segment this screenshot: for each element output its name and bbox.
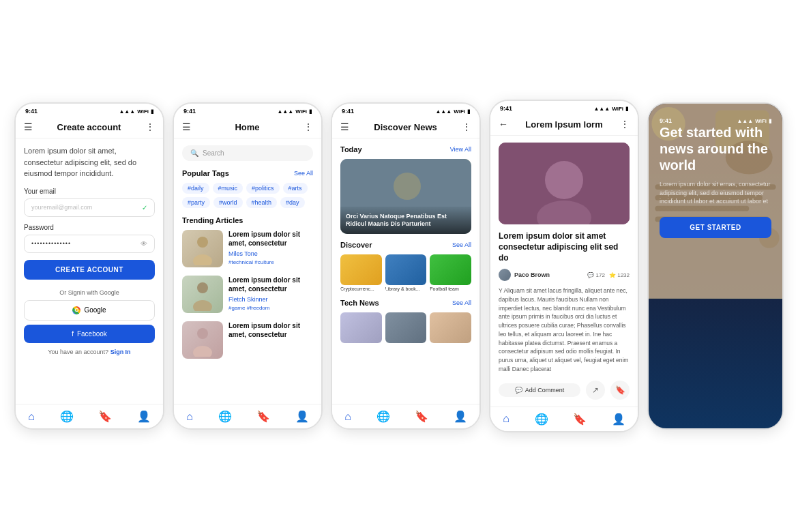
splash-headline: Get started with news around the world <box>660 124 771 173</box>
bookmark-nav-icon-4[interactable]: 🔖 <box>573 413 587 426</box>
wifi-icon-2: WiFi <box>295 108 307 115</box>
author-name: Paco Brown <box>514 271 550 278</box>
wifi-icon-3: WiFi <box>454 108 465 115</box>
splash-subtext: Lorem ipsum dolor sit ernas, consectetur… <box>660 180 771 206</box>
profile-nav-icon-3[interactable]: 👤 <box>454 410 467 423</box>
search-bar[interactable]: 🔍 Search <box>182 145 313 161</box>
tag-daily[interactable]: #daily <box>182 183 209 194</box>
hero-image-bg <box>499 143 630 224</box>
bookmark-nav-icon-3[interactable]: 🔖 <box>415 410 428 423</box>
nav-bar-4: ← Lorem Ipsum lorm ⋮ <box>490 115 638 136</box>
likes-stat: ⭐ 1232 <box>609 272 630 278</box>
svg-point-10 <box>545 161 583 199</box>
home-nav-icon[interactable]: ⌂ <box>28 411 35 423</box>
discover-section-header: Discover See All <box>340 241 471 249</box>
share-button[interactable]: ↗ <box>586 381 605 400</box>
home-nav-icon-4[interactable]: ⌂ <box>503 413 509 425</box>
globe-nav-icon-4[interactable]: 🌐 <box>535 413 548 426</box>
nav-title-2: Home <box>235 122 259 132</box>
tag-politics[interactable]: #politics <box>246 183 280 194</box>
tag-arts[interactable]: #arts <box>283 183 308 194</box>
showcase-container: 9:41 ▲▲▲ WiFi ▮ ☰ Create account ⋮ Lorem… <box>0 0 798 532</box>
svg-point-0 <box>197 237 208 248</box>
splash-time: 9:41 <box>660 117 672 124</box>
wifi-icon-4: WiFi <box>612 106 623 112</box>
view-all[interactable]: View All <box>450 146 471 153</box>
svg-point-2 <box>197 282 208 293</box>
article-img-2 <box>182 276 223 313</box>
status-icons-3: ▲▲▲ WiFi ▮ <box>435 108 470 115</box>
more-icon-1[interactable]: ⋮ <box>145 121 155 132</box>
nav-bar-3: ☰ Discover News ⋮ <box>332 117 479 138</box>
password-dots: •••••••••••••• <box>31 240 71 247</box>
globe-nav-icon[interactable]: 🌐 <box>60 410 74 423</box>
splash-wifi: WiFi <box>755 118 767 124</box>
hamburger-icon-3[interactable]: ☰ <box>340 121 349 132</box>
bookmark-icon: 🔖 <box>615 385 625 395</box>
article-item-1[interactable]: Lorem ipsum dolor sit amet, consectetur … <box>182 230 313 267</box>
article-img-1 <box>182 230 223 267</box>
email-input-field[interactable]: youremail@gmail.com ✓ <box>24 198 155 217</box>
bottom-nav-1: ⌂ 🌐 🔖 👤 <box>16 404 163 428</box>
signin-link[interactable]: Sign In <box>110 349 131 355</box>
hamburger-icon-2[interactable]: ☰ <box>182 121 191 132</box>
article-title-3: Lorem ipsum dolor sit amet, consectetur <box>228 321 313 339</box>
home-nav-icon-3[interactable]: ⌂ <box>344 411 351 423</box>
tag-world[interactable]: #world <box>213 197 243 208</box>
create-account-content: Lorem ipsum dolor sit amet, consectetur … <box>16 138 163 404</box>
discover-card-crypto[interactable]: Cryptocurrenc... <box>340 254 382 292</box>
hamburger-icon[interactable]: ☰ <box>24 121 33 132</box>
trending-header: Trending Articles <box>182 216 313 224</box>
tag-party[interactable]: #party <box>182 197 210 208</box>
trending-title: Trending Articles <box>182 216 243 224</box>
tags-see-all[interactable]: See All <box>294 170 313 177</box>
nav-title-3: Discover News <box>374 122 437 132</box>
globe-nav-icon-3[interactable]: 🌐 <box>376 410 390 423</box>
profile-nav-icon-4[interactable]: 👤 <box>612 413 625 426</box>
profile-nav-icon[interactable]: 👤 <box>137 410 151 423</box>
article-item-3[interactable]: Lorem ipsum dolor sit amet, consectetur <box>182 321 313 359</box>
discover-card-football[interactable]: Football team <box>430 254 471 292</box>
splash-text-area: Get started with news around the world L… <box>660 124 771 245</box>
more-icon-2[interactable]: ⋮ <box>304 121 313 132</box>
tech-see-all[interactable]: See All <box>452 299 471 306</box>
article-item-2[interactable]: Lorem ipsum dolor sit amet, consectetur … <box>182 276 313 313</box>
time-3: 9:41 <box>342 108 354 115</box>
discover-see-all[interactable]: See All <box>452 241 471 248</box>
create-account-button[interactable]: CREATE ACCOUNT <box>24 260 155 280</box>
eye-icon[interactable]: 👁 <box>141 240 147 248</box>
google-icon: G <box>72 306 80 314</box>
article-title-2: Lorem ipsum dolor sit amet, consectetur <box>228 276 313 293</box>
add-comment-button[interactable]: 💬 Add Comment <box>499 383 580 397</box>
status-bar-4: 9:41 ▲▲▲ WiFi ▮ <box>490 101 638 115</box>
bottom-nav-4: ⌂ 🌐 🔖 👤 <box>490 407 638 431</box>
more-icon-3[interactable]: ⋮ <box>462 121 471 132</box>
facebook-signin-button[interactable]: f Facebook <box>24 325 155 343</box>
password-input-field[interactable]: •••••••••••••• 👁 <box>24 235 155 253</box>
tag-music[interactable]: #music <box>213 183 243 194</box>
bookmark-nav-icon[interactable]: 🔖 <box>98 410 112 423</box>
google-label: Google <box>84 306 106 314</box>
globe-nav-icon-2[interactable]: 🌐 <box>218 410 232 423</box>
featured-card[interactable]: Orci Varius Natoque Penatibus Est Ridicu… <box>340 159 471 234</box>
wifi-icon: WiFi <box>137 108 149 115</box>
tech-card-3[interactable] <box>430 312 471 343</box>
bookmark-button[interactable]: 🔖 <box>610 381 630 400</box>
discover-card-library[interactable]: Library & book... <box>385 254 427 292</box>
facebook-label: Facebook <box>77 330 107 338</box>
more-icon-4[interactable]: ⋮ <box>620 119 630 130</box>
tech-card-2[interactable] <box>385 312 427 343</box>
get-started-button[interactable]: GET STARTED <box>660 217 771 238</box>
screen-create-account: 9:41 ▲▲▲ WiFi ▮ ☰ Create account ⋮ Lorem… <box>14 102 164 430</box>
bookmark-nav-icon-2[interactable]: 🔖 <box>256 410 270 423</box>
tag-health[interactable]: #health <box>246 197 278 208</box>
or-signin-text: Or Signin with Google <box>24 289 155 296</box>
bottom-nav-3: ⌂ 🌐 🔖 👤 <box>332 404 479 428</box>
back-icon[interactable]: ← <box>499 119 508 130</box>
profile-nav-icon-2[interactable]: 👤 <box>295 410 309 423</box>
tech-card-1[interactable] <box>340 312 382 343</box>
google-signin-button[interactable]: G Google <box>24 300 155 321</box>
home-nav-icon-2[interactable]: ⌂ <box>186 411 193 423</box>
tag-day[interactable]: #day <box>280 197 305 208</box>
today-title: Today <box>340 145 362 153</box>
